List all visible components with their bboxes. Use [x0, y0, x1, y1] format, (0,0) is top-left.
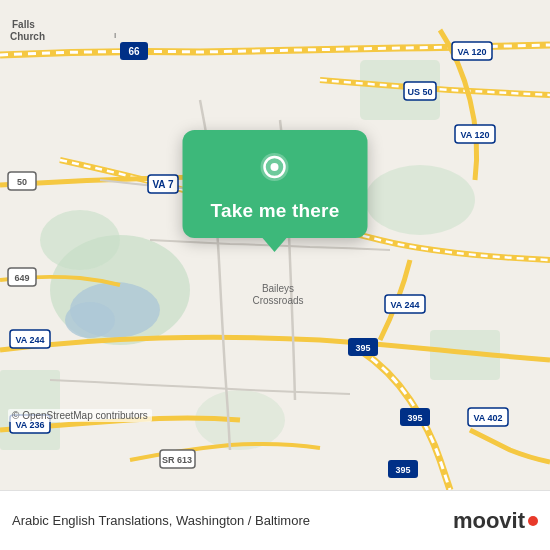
take-me-there-button[interactable]: Take me there	[211, 200, 340, 222]
svg-text:649: 649	[14, 273, 29, 283]
svg-text:Baileys: Baileys	[262, 283, 294, 294]
svg-text:66: 66	[128, 46, 140, 57]
svg-text:US 50: US 50	[407, 87, 432, 97]
svg-text:I: I	[114, 31, 116, 40]
svg-text:VA 7: VA 7	[152, 179, 174, 190]
svg-point-47	[271, 163, 279, 171]
svg-text:395: 395	[407, 413, 422, 423]
moovit-logo: moovit	[453, 508, 538, 534]
svg-point-2	[40, 210, 120, 270]
map-copyright: © OpenStreetMap contributors	[8, 409, 152, 422]
moovit-brand-text: moovit	[453, 508, 525, 534]
location-pin-icon	[253, 148, 297, 192]
svg-text:VA 244: VA 244	[390, 300, 419, 310]
svg-point-4	[365, 165, 475, 235]
svg-text:VA 120: VA 120	[460, 130, 489, 140]
svg-text:VA 120: VA 120	[457, 47, 486, 57]
app-name: Arabic English Translations, Washington …	[12, 513, 310, 528]
svg-text:SR 613: SR 613	[162, 455, 192, 465]
svg-text:395: 395	[355, 343, 370, 353]
svg-text:Church: Church	[10, 31, 45, 42]
svg-text:Falls: Falls	[12, 19, 35, 30]
svg-text:Crossroads: Crossroads	[252, 295, 303, 306]
bottom-bar: Arabic English Translations, Washington …	[0, 490, 550, 550]
svg-text:50: 50	[17, 177, 27, 187]
moovit-dot-icon	[528, 516, 538, 526]
svg-text:VA 244: VA 244	[15, 335, 44, 345]
location-popup[interactable]: Take me there	[183, 130, 368, 238]
app-info: Arabic English Translations, Washington …	[12, 513, 453, 528]
svg-text:VA 402: VA 402	[473, 413, 502, 423]
svg-text:395: 395	[395, 465, 410, 475]
svg-point-9	[65, 302, 115, 338]
map-view[interactable]: 66 I VA 7 US 50 VA 120 VA 120 VA 244 VA …	[0, 0, 550, 490]
